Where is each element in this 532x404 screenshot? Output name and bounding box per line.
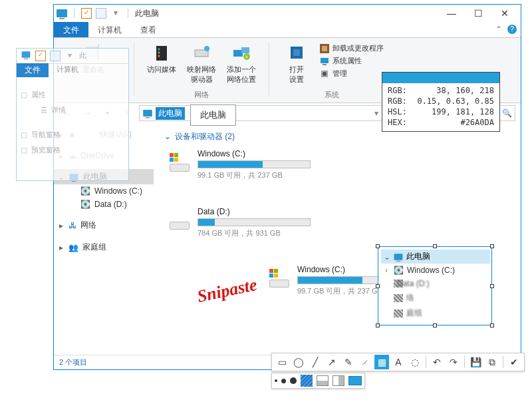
resize-handle[interactable] <box>433 323 437 327</box>
pattern-1[interactable] <box>317 375 329 386</box>
open-settings-button[interactable]: 打开 设置 <box>280 42 313 85</box>
address-bar[interactable]: 此电脑 此电脑 ▾ ↻ <box>139 105 398 121</box>
resize-handle[interactable] <box>433 244 437 248</box>
rgbf-value: 0.15, 0.63, 0.85 <box>417 97 494 106</box>
snip-toolbar: ▭ ◯ ╱ ↗ ✎ ⟋ ▦ A ◌ ↶ ↷ 💾 ⧉ ✔ <box>271 353 525 371</box>
drive-info: 784 GB 可用，共 931 GB <box>198 228 311 238</box>
dropdown-icon[interactable]: ▾ <box>110 8 121 19</box>
arrow-tool[interactable]: ↗ <box>325 355 339 369</box>
status-item-count: 2 个项目 <box>59 357 87 367</box>
tree-item[interactable]: 络 <box>381 290 490 305</box>
drive-icon: 💽 <box>394 266 404 275</box>
search-icon: 🔍 <box>502 108 512 118</box>
svg-rect-17 <box>323 64 327 65</box>
snip-style-toolbar <box>271 373 365 389</box>
group-system-label: 系统 <box>325 89 339 100</box>
drive-item[interactable]: Windows (C:) 99.1 GB 可用，共 237 GB <box>168 149 328 180</box>
tab-computer[interactable]: 计算机 <box>88 22 131 37</box>
undo-button[interactable]: ↶ <box>430 355 444 369</box>
tree-item[interactable]: Data (D:) <box>381 277 490 290</box>
ghost-props: ▢属性 <box>21 90 66 100</box>
drive-item[interactable]: Data (D:) 784 GB 可用，共 931 GB <box>168 207 328 238</box>
rgb255-value: 38, 160, 218 <box>436 86 494 95</box>
resize-handle[interactable] <box>490 323 494 327</box>
svg-text:+: + <box>245 54 249 60</box>
tree-popup[interactable]: ⌄此电脑 ›💽Windows (C:) Data (D:) 络 庭组 <box>378 246 492 325</box>
drive-network-icon <box>191 42 212 63</box>
settings-label: 打开 设置 <box>289 65 304 85</box>
map-drive-button[interactable]: 映射网络 驱动器 <box>185 42 218 85</box>
resize-handle[interactable] <box>376 323 380 327</box>
svg-rect-13 <box>293 49 300 56</box>
pencil-tool[interactable]: ✎ <box>341 355 356 369</box>
tree-item[interactable]: 庭组 <box>381 305 490 321</box>
map-drive-label: 映射网络 驱动器 <box>187 65 216 85</box>
svg-rect-15 <box>322 46 327 51</box>
pixelated-icon <box>394 309 403 317</box>
drive-name: Windows (C:) <box>198 149 311 158</box>
pattern-2[interactable] <box>332 375 344 386</box>
collapse-ribbon-icon[interactable]: ⌃ <box>495 25 502 34</box>
homegroup-icon: 👥 <box>68 243 78 252</box>
checkbox-icon[interactable]: ✓ <box>81 8 92 19</box>
ribbon-tabs: 文件 计算机 查看 ⌃ ? <box>54 22 521 38</box>
manage-icon <box>320 69 329 79</box>
add-network-button[interactable]: + 添加一个 网络位置 <box>225 42 258 85</box>
svg-rect-2 <box>156 46 167 61</box>
minimize-button[interactable]: — <box>438 5 465 22</box>
tree-item[interactable]: ›💽Windows (C:) <box>381 264 490 277</box>
svg-point-3 <box>158 49 160 51</box>
resize-handle[interactable] <box>376 244 380 248</box>
line-tool[interactable]: ╱ <box>308 355 323 369</box>
help-icon[interactable]: ? <box>507 25 517 34</box>
eraser-tool[interactable]: ◌ <box>408 355 422 369</box>
this-pc-icon <box>22 51 31 58</box>
marker-tool[interactable]: ⟋ <box>358 355 372 369</box>
sidebar-item-homegroup[interactable]: ▸👥家庭组 <box>54 240 154 255</box>
doc-icon[interactable] <box>96 8 106 19</box>
copy-button[interactable]: ⧉ <box>485 355 499 369</box>
hatch-pattern[interactable] <box>301 375 313 387</box>
settings-icon <box>286 42 307 63</box>
resize-handle[interactable] <box>376 284 380 288</box>
drive-name: Data (D:) <box>198 207 311 216</box>
resize-handle[interactable] <box>490 284 494 288</box>
svg-point-19 <box>323 72 327 76</box>
ellipse-tool[interactable]: ◯ <box>291 355 306 369</box>
add-network-icon: + <box>231 42 252 63</box>
tab-file[interactable]: 文件 <box>54 22 88 37</box>
close-button[interactable]: ✕ <box>491 5 518 22</box>
hex-label: HEX: <box>388 118 407 127</box>
maximize-button[interactable]: ☐ <box>465 5 491 22</box>
ok-button[interactable]: ✔ <box>507 355 521 369</box>
monitor-small-icon <box>320 57 329 66</box>
rect-tool[interactable]: ▭ <box>275 355 289 369</box>
color-picker[interactable] <box>348 376 362 385</box>
this-pc-icon <box>394 254 403 260</box>
mosaic-tool[interactable]: ▦ <box>374 355 389 369</box>
sidebar-item-drive-d[interactable]: 💽Data (D:) <box>54 198 154 211</box>
resize-handle[interactable] <box>490 244 494 248</box>
tab-view[interactable]: 查看 <box>131 22 166 37</box>
pixelated-icon <box>394 294 403 302</box>
svg-rect-9 <box>241 47 249 53</box>
sys-props-button[interactable]: 系统属性 <box>320 56 384 66</box>
sidebar-item-network[interactable]: ▸🖧网络 <box>54 218 154 233</box>
sidebar-item-drive-c[interactable]: 💽Windows (C:) <box>54 184 154 198</box>
redo-button[interactable]: ↷ <box>446 355 461 369</box>
svg-rect-16 <box>321 58 329 63</box>
group-network-label: 网络 <box>194 89 209 100</box>
manage-button[interactable]: 管理 <box>320 69 384 79</box>
size-medium[interactable] <box>281 379 286 383</box>
text-tool[interactable]: A <box>391 355 406 369</box>
ghost-tab-file: 文件 <box>17 63 49 77</box>
address-dropdown-icon[interactable]: ▾ <box>370 108 382 118</box>
access-media-button[interactable]: 访问媒体 <box>145 42 178 85</box>
size-large[interactable] <box>290 377 297 384</box>
ghost-tab-computer: 计算机 <box>57 65 78 75</box>
save-button[interactable]: 💾 <box>468 355 483 369</box>
uninstall-button[interactable]: 卸载或更改程序 <box>320 43 384 53</box>
drive-icon: 💽 <box>80 186 90 196</box>
size-small[interactable] <box>275 379 277 382</box>
svg-point-7 <box>204 46 209 51</box>
